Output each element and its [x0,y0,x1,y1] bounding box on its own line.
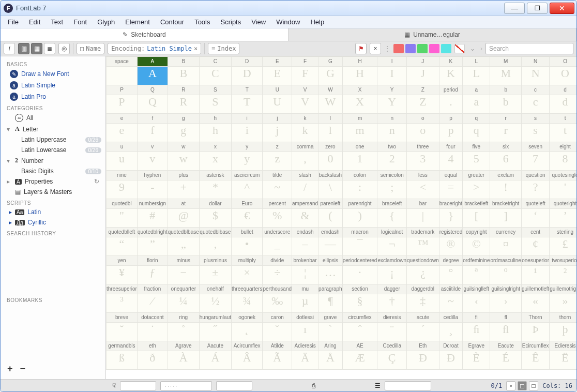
glyph-name[interactable]: ordmasculine [490,256,521,266]
glyph-cell[interactable]: T [231,95,262,114]
glyph-name[interactable]: colon [342,171,377,180]
glyph-name[interactable]: guillemotleft [521,284,549,294]
glyph-name[interactable]: exclamdown [377,256,407,266]
glyph-name[interactable]: Adieresis [292,341,318,351]
glyph-name[interactable]: germandbls [107,341,138,351]
glyph-name[interactable]: registered [439,228,462,237]
name-selector[interactable]: □ Name [77,43,104,54]
glyph-cell[interactable]: ~ [263,180,292,199]
glyph-name[interactable]: florin [137,256,168,266]
glyph-cell[interactable]: ƒ [137,266,168,284]
glyph-cell[interactable]: 4 [439,152,462,171]
sidebar-all[interactable]: ∞All [1,112,105,124]
glyph-cell[interactable]: ³ [107,294,138,313]
glyph-name[interactable]: D [231,57,262,67]
glyph-cell[interactable]: ﬂ [490,323,521,341]
glyph-name[interactable]: quoteright [550,199,576,209]
glyph-cell[interactable]: ¥ [107,266,138,284]
add-button[interactable]: + [7,364,13,374]
glyph-name[interactable]: Eth [407,341,439,351]
glyph-name[interactable]: less [407,171,439,180]
glyph-cell[interactable]: z [263,152,292,171]
collapse-icon[interactable]: ▾ [7,157,12,164]
glyph-cell[interactable]: Á [199,351,231,370]
glyph-cell[interactable]: ´ [407,323,439,341]
glyph-cell[interactable]: + [168,180,199,199]
status-field-4[interactable] [385,381,431,390]
glyph-cell[interactable]: ~ [439,294,462,313]
glyph-cell[interactable]: ¬ [377,237,407,256]
glyph-cell[interactable]: ¿ [407,266,439,284]
glyph-cell[interactable]: p [439,124,462,142]
glyph-name[interactable]: q [463,114,490,124]
sidebar-latin-script[interactable]: ▸AaLatin [1,207,105,217]
glyph-name[interactable]: AE [342,341,377,351]
glyph-cell[interactable]: x [199,152,231,171]
glyph-cell[interactable]: M [490,67,521,85]
glyph-name[interactable]: two [377,142,407,152]
glyph-name[interactable]: quotedblbase [199,228,231,237]
glyph-cell[interactable]: K [439,67,462,85]
glyph-cell[interactable]: ‚ [199,237,231,256]
sidebar-letter[interactable]: ▾ALetter [1,124,105,134]
glyph-cell[interactable]: V [292,95,318,114]
glyph-name[interactable]: U [263,85,292,95]
close-button[interactable]: ✕ [550,3,574,14]
glyph-cell[interactable]: 0 [318,152,343,171]
glyph-cell[interactable]: Đ [439,351,462,370]
glyph-name[interactable]: degree [439,256,462,266]
no-color-swatch[interactable] [454,44,465,53]
glyph-name[interactable]: brokenbar [292,256,318,266]
glyph-cell[interactable]: 5 [463,152,490,171]
glyph-name[interactable]: X [342,85,377,95]
glyph-cell[interactable]: * [199,180,231,199]
glyph-cell[interactable]: 3 [407,152,439,171]
glyph-name[interactable]: f [137,114,168,124]
glyph-name[interactable]: s [521,114,549,124]
glyph-cell[interactable]: “ [107,237,138,256]
glyph-cell[interactable]: ð [137,351,168,370]
glyph-name[interactable]: dagger [377,284,407,294]
glyph-name[interactable]: one [342,142,377,152]
glyph-cell[interactable]: E [263,67,292,85]
glyph-cell[interactable]: / [292,180,318,199]
glyph-name[interactable]: K [439,57,462,67]
menu-font[interactable]: Font [68,16,92,28]
glyph-name[interactable]: guilsinglleft [463,284,490,294]
glyph-name[interactable]: three [407,142,439,152]
glyph-cell[interactable]: ¸ [439,323,462,341]
glyph-cell[interactable]: y [231,152,262,171]
glyph-cell[interactable]: O [550,67,576,85]
expand-icon[interactable]: ▸ [9,219,12,226]
hand-icon[interactable]: ☟ [112,382,116,389]
view-grid-small[interactable]: ▥ [18,43,29,54]
glyph-name[interactable]: v [137,142,168,152]
glyph-name[interactable]: Y [377,85,407,95]
glyph-cell[interactable]: ` [318,323,343,341]
glyph-cell[interactable]: ˝ [199,323,231,341]
index-selector[interactable]: ≡ Index [208,43,239,54]
glyph-name[interactable]: dieresis [377,313,407,323]
glyph-name[interactable]: logicalnot [377,228,407,237]
glyph-name[interactable]: H [342,57,377,67]
glyph-cell[interactable]: P [107,95,138,114]
glyph-cell[interactable]: ½ [199,294,231,313]
glyph-cell[interactable]: Å [318,351,343,370]
glyph-cell[interactable]: ] [490,209,521,228]
glyph-cell[interactable]: o [407,124,439,142]
glyph-name[interactable]: P [107,85,138,95]
glyph-name[interactable]: Aacute [199,341,231,351]
glyph-cell[interactable]: ˛ [231,323,262,341]
cell-large[interactable]: □ [529,381,538,390]
glyph-name[interactable]: Atilde [263,341,292,351]
glyph-cell[interactable]: v [137,152,168,171]
glyph-cell[interactable]: » [550,294,576,313]
glyph-name[interactable]: onehalf [199,284,231,294]
glyph-name[interactable]: comma [292,142,318,152]
glyph-cell[interactable]: Â [231,351,262,370]
glyph-cell[interactable]: g [168,124,199,142]
glyph-cell[interactable]: ı [292,323,318,341]
glyph-cell[interactable]: r [490,124,521,142]
menu-scripts[interactable]: Scripts [216,16,247,28]
glyph-name[interactable]: five [463,142,490,152]
